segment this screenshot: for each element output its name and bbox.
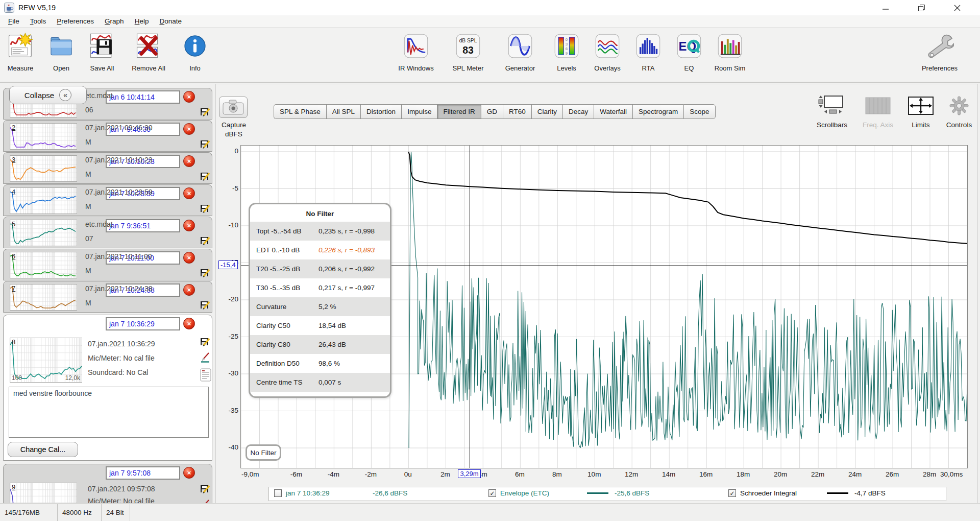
toolbar-button-info[interactable]: Info [179,32,211,72]
edit-name-icon[interactable] [200,267,211,278]
tab-gd[interactable]: GD [481,104,503,119]
measurement-thumbnail[interactable]: 7 [10,284,77,311]
toolbar-button-generator[interactable]: Generator [498,32,542,72]
info-row-value: 5,2 % [318,303,336,311]
change-cal-button[interactable]: Change Cal... [8,442,78,457]
measurement-card-7[interactable]: ×707.jan.2021 10:24:38M [3,281,212,313]
delete-measurement-button[interactable]: × [183,155,195,167]
graph-control-controls[interactable]: Controls [937,92,980,129]
measurement-thumbnail[interactable]: 2 [10,123,77,150]
legend-checkbox[interactable] [274,489,282,497]
tab-waterfall[interactable]: Waterfall [594,104,632,119]
toolbar-button-eq[interactable]: EQEQ [673,32,705,72]
tab-distortion[interactable]: Distortion [360,104,401,119]
minimize-button[interactable] [874,0,897,15]
tab-decay[interactable]: Decay [562,104,594,119]
delete-measurement-button[interactable]: × [183,252,195,264]
toolbar-button-ir-windows[interactable]: IR Windows [394,32,438,72]
edit-name-icon[interactable] [200,234,211,246]
measurement-card-8[interactable]: ×810012,0k07.jan.2021 10:36:29Mic/Meter:… [3,315,212,461]
no-filter-button[interactable]: No Filter [246,444,281,461]
menu-item-donate[interactable]: Donate [157,16,184,26]
capture-units-label: dBFS [216,130,252,138]
delete-measurement-button[interactable]: × [183,123,195,135]
info-row-clarity-c50: Clarity C5018,54 dB [250,316,390,335]
measurement-card-5[interactable]: ×5etc.mdat07 [3,217,212,248]
toolbar-button-levels[interactable]: 0369Levels [550,32,583,72]
measurement-info-fragment: 06 [85,106,104,114]
menu-item-graph[interactable]: Graph [103,16,126,26]
edit-name-icon[interactable] [200,106,211,117]
y-axis-tick--30: -30 [218,369,238,377]
edit-name-icon[interactable] [200,138,211,149]
toolbar-button-rta[interactable]: RTA [632,32,665,72]
toolbar-button-open[interactable]: Open [45,32,78,72]
notes-icon[interactable] [200,368,211,380]
toolbar-button-measure[interactable]: Measure [4,32,37,72]
measurement-card-2[interactable]: ×207.jan.2021 09:46:30M [3,120,212,152]
delete-measurement-button[interactable]: × [183,187,195,199]
graph-control-scrollbars[interactable]: Scrollbars [810,92,854,129]
tab-all-spl[interactable]: All SPL [326,104,360,119]
toolbar-button-room-sim[interactable]: Room Sim [714,32,746,72]
menu-item-file[interactable]: File [6,16,21,26]
measurement-card-3[interactable]: ×307.jan.2021 10:10:23M [3,152,212,184]
measurement-thumbnail[interactable]: 4 [10,187,77,214]
measurement-thumbnail[interactable]: 6 [10,252,77,278]
toolbar-button-overlays[interactable]: Overlays [591,32,624,72]
edit-name-icon[interactable] [200,336,211,347]
edit-name-icon[interactable] [200,483,211,494]
toolbar-button-remove-all[interactable]: Remove All [127,32,170,72]
measurement-thumbnail[interactable]: 810012,0k [10,338,82,383]
measurement-thumbnail[interactable]: 3 [10,155,77,182]
toolbar-button-spl-meter[interactable]: dB SPL83SPL Meter [446,32,490,72]
tab-clarity[interactable]: Clarity [531,104,562,119]
graph-control-limits[interactable]: Limits [899,92,943,129]
measurement-name-input[interactable] [106,466,180,480]
tab-scope[interactable]: Scope [683,104,715,119]
measurement-card-9[interactable]: ×907.jan.2021 09:57:08Mic/Meter: No cal … [3,464,212,503]
restore-button[interactable] [910,0,933,15]
legend-checkbox[interactable]: ✓ [488,489,496,497]
edit-name-icon[interactable] [200,299,211,310]
y-axis-tick--20: -20 [218,295,238,303]
delete-measurement-button[interactable]: × [183,91,195,103]
menu-item-preferences[interactable]: Preferences [55,16,96,26]
toolbar-button-preferences[interactable]: Preferences [918,32,962,72]
legend-checkbox[interactable]: ✓ [728,489,736,497]
measurement-thumbnail[interactable]: 5 [10,220,77,246]
measurement-notes-textarea[interactable] [9,387,209,438]
edit-name-icon[interactable] [200,202,211,214]
tab-impulse[interactable]: Impulse [401,104,437,119]
filtered-ir-plot[interactable]: No Filter Topt -5..-54 dB0,235 s, r = -0… [240,145,968,468]
edit-name-icon[interactable] [200,170,211,181]
capture-button[interactable] [219,97,248,118]
tab-spl-phase[interactable]: SPL & Phase [274,104,326,119]
measurement-date: etc.mdat [85,91,180,100]
toolbar-label-save-all: Save All [90,64,114,72]
tab-rt60[interactable]: RT60 [503,104,531,119]
tab-filtered-ir[interactable]: Filtered IR [437,104,480,119]
delete-measurement-button[interactable]: × [183,467,195,479]
measurement-card-4[interactable]: ×407.jan.2021 10:23:59M [3,184,212,216]
trace-style-icon[interactable] [200,499,211,503]
menu-item-help[interactable]: Help [133,16,151,26]
y-axis-tick-0: 0 [218,147,238,155]
tab-spectrogram[interactable]: Spectrogram [632,104,683,119]
menu-item-tools[interactable]: Tools [28,16,48,26]
cursor-y-value-box: -15,4 [218,260,238,269]
trace-style-icon[interactable] [200,352,211,363]
measurement-card-6[interactable]: ×607.jan.2021 10:11:00M [3,249,212,280]
svg-text:9: 9 [566,51,568,56]
delete-measurement-button[interactable]: × [183,220,195,231]
measurement-name-input[interactable] [106,317,180,330]
delete-measurement-button[interactable]: × [183,284,195,296]
measurement-thumbnail[interactable]: 9 [10,483,77,503]
delete-measurement-button[interactable]: × [183,318,195,329]
rt60-info-box: No Filter Topt -5..-54 dB0,235 s, r = -0… [249,203,391,398]
collapse-sidebar-button[interactable]: Collapse « [9,86,87,104]
close-button[interactable] [945,0,969,15]
toolbar-label-preferences: Preferences [922,64,958,72]
toolbar-label-rta: RTA [642,64,655,72]
toolbar-button-save-all[interactable]: Save All [86,32,118,72]
